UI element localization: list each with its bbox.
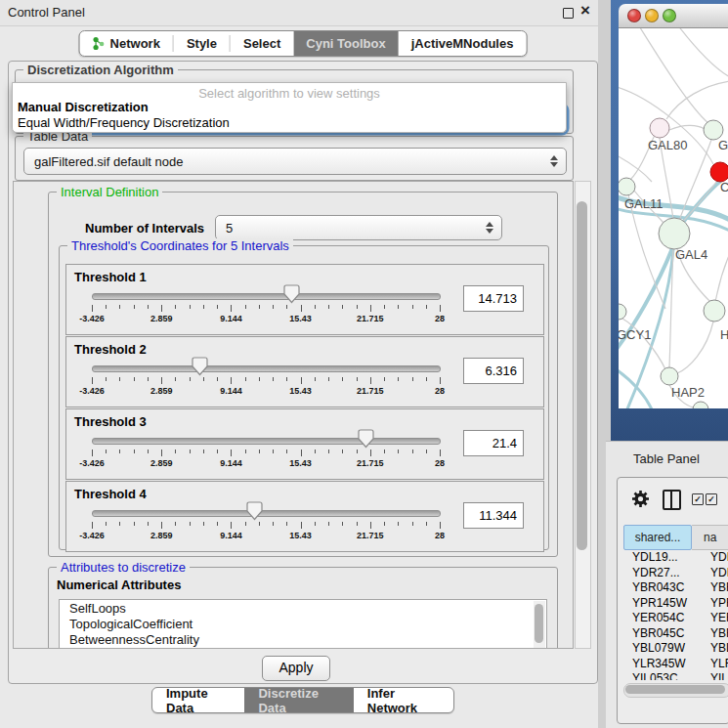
attribute-list-item[interactable]: BetweennessCentrality	[60, 631, 546, 647]
main-scrollbar[interactable]	[575, 181, 591, 649]
cell-name: YBL0	[699, 641, 728, 657]
threshold-slider-track[interactable]	[92, 510, 441, 517]
network-node[interactable]	[650, 118, 669, 138]
slider-tick-label: 9.144	[220, 531, 242, 540]
threshold-slider-track[interactable]	[92, 365, 441, 372]
tab-label: Select	[243, 36, 280, 51]
attribute-list-item[interactable]: SelfLoops	[60, 600, 546, 616]
tab-select[interactable]: Select	[231, 31, 293, 56]
slider-tick-label: 21.715	[357, 314, 384, 323]
table-row[interactable]: YPR145WYPR1	[623, 596, 728, 612]
threshold-slider-track[interactable]	[92, 293, 441, 300]
table-data-combobox[interactable]: galFiltered.sif default node	[23, 148, 567, 175]
network-view[interactable]: GAL80GACGAL11GAL4GCY1HHAP2	[619, 28, 728, 408]
table-hscrollbar[interactable]	[623, 683, 728, 698]
slider-tick-label: 28	[435, 386, 445, 396]
network-edge[interactable]	[669, 125, 705, 130]
algorithm-option-equal-width[interactable]: Equal Width/Frequency Discretization	[18, 115, 230, 130]
close-traffic-light[interactable]	[627, 9, 641, 22]
network-node[interactable]	[710, 162, 728, 182]
threshold-slider-thumb[interactable]	[358, 429, 374, 449]
tab-infer-network[interactable]: Infer Network	[354, 688, 453, 712]
slider-tick-label: 9.144	[220, 386, 242, 396]
slider-ticks	[92, 377, 440, 385]
tab-style[interactable]: Style	[174, 31, 230, 56]
network-node[interactable]	[704, 120, 723, 140]
cell-shared-name: YER054C	[623, 611, 699, 626]
threshold-label: Threshold 4	[74, 487, 147, 501]
close-icon[interactable]: ×	[580, 1, 590, 21]
tab-jactivemnodules[interactable]: jActiveMNodules	[399, 31, 527, 56]
combo-stepper-icon	[486, 222, 493, 234]
network-node[interactable]	[619, 178, 635, 195]
threshold-slider-track[interactable]	[92, 438, 441, 445]
network-node[interactable]	[661, 367, 678, 385]
gear-icon[interactable]	[631, 490, 650, 508]
network-node[interactable]	[619, 304, 626, 320]
network-edge[interactable]	[619, 155, 652, 182]
table-row[interactable]: YBR043CYBR0	[623, 580, 728, 596]
threshold-slider-thumb[interactable]	[192, 357, 208, 376]
table-row[interactable]: YER054CYER0	[623, 611, 728, 626]
list-scrollbar[interactable]	[534, 601, 545, 649]
list-scrollbar-thumb[interactable]	[535, 604, 543, 643]
network-edge[interactable]	[682, 181, 717, 223]
column-header-name[interactable]: na	[692, 525, 728, 550]
main-scrollbar-thumb[interactable]	[577, 201, 587, 550]
algorithm-group-title: Discretization Algorithm	[23, 63, 178, 77]
network-window-titlebar	[619, 4, 728, 28]
attribute-list-item[interactable]: TopologicalCoefficient	[60, 616, 546, 631]
threshold-slider-thumb[interactable]	[283, 284, 300, 304]
network-edge[interactable]	[666, 81, 728, 119]
network-edge[interactable]	[677, 321, 713, 373]
tab-impute-data[interactable]: Impute Data	[152, 688, 244, 712]
table-hscrollbar-thumb[interactable]	[625, 685, 725, 694]
cell-shared-name: YIL053C	[623, 671, 699, 680]
threshold-value-field[interactable]: 6.316	[463, 358, 524, 384]
table-row[interactable]: YDL19...YDL1	[623, 550, 728, 566]
numerical-attributes-label: Numerical Attributes	[57, 578, 181, 592]
tab-network[interactable]: Network	[80, 31, 173, 56]
threshold-slider-thumb[interactable]	[246, 501, 263, 521]
node-table: shared... na YDL19...YDL1YDR27...YDR2YBR…	[623, 525, 728, 680]
threshold-value-field[interactable]: 14.713	[463, 285, 524, 312]
network-node[interactable]	[659, 218, 690, 249]
number-of-intervals-combobox[interactable]: 5	[215, 215, 502, 240]
table-row[interactable]: YLR345WYLR3	[623, 657, 728, 672]
table-row[interactable]: YDR27...YDR2	[623, 566, 728, 581]
tab-discretize-data[interactable]: Discretize Data	[244, 688, 353, 712]
split-columns-icon[interactable]	[663, 490, 681, 510]
apply-button[interactable]: Apply	[262, 656, 330, 681]
float-window-icon[interactable]	[563, 8, 574, 19]
table-data-group: Table Data galFiltered.sif default node	[15, 136, 574, 181]
network-node[interactable]	[704, 300, 725, 321]
number-of-intervals-value: 5	[226, 221, 233, 236]
column-header-shared-name[interactable]: shared...	[623, 525, 692, 550]
cell-name: YBR0	[699, 580, 728, 596]
network-icon	[93, 36, 106, 51]
threshold-panel: Threshold 4-3.4262.8599.14415.4321.71528…	[65, 481, 544, 552]
algorithm-placeholder: Select algorithm to view settings	[13, 86, 566, 101]
slider-tick-label: 28	[435, 314, 445, 323]
table-row[interactable]: YBL079WYBL0	[623, 641, 728, 657]
network-edge[interactable]	[677, 28, 728, 77]
threshold-value-field[interactable]: 11.344	[463, 502, 524, 529]
threshold-value-field[interactable]: 21.4	[463, 430, 524, 456]
algorithm-option-manual[interactable]: Manual Discretization	[18, 100, 149, 114]
network-edge[interactable]	[638, 28, 708, 123]
table-row[interactable]: YBR045CYBR0	[623, 626, 728, 642]
network-edge[interactable]	[715, 253, 728, 301]
cell-shared-name: YBR045C	[623, 626, 699, 642]
slider-tick-label: -3.426	[79, 531, 105, 540]
network-edge[interactable]	[619, 368, 654, 408]
network-node[interactable]	[693, 402, 708, 408]
zoom-traffic-light[interactable]	[663, 9, 676, 22]
table-row[interactable]: YIL053CYIL0	[623, 671, 728, 680]
network-node-label: GAL11	[624, 196, 664, 211]
tab-cyni-toolbox[interactable]: Cyni Toolbox	[293, 31, 398, 56]
network-node-label: GAL80	[648, 138, 687, 152]
tab-label: jActiveMNodules	[411, 36, 514, 51]
checkbox-icon[interactable]: ✓	[692, 493, 704, 505]
checkbox-icon[interactable]: ✓	[706, 493, 717, 505]
minimize-traffic-light[interactable]	[645, 9, 659, 22]
